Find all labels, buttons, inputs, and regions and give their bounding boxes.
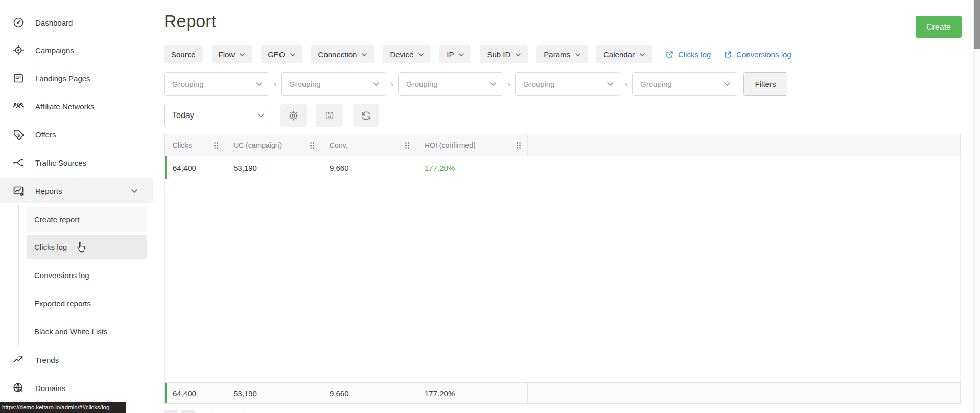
total-uc-campaign: 53,190 [225,383,321,403]
dashboard-icon [12,16,25,29]
vertical-scrollbar[interactable] [973,0,980,413]
sidebar-subitem-label: Create report [34,215,79,224]
sidebar-item-label: Campaigns [35,46,74,55]
sidebar-item-label: Domains [35,384,65,393]
table-empty-area [164,179,961,382]
create-button[interactable]: Create [916,16,962,38]
sidebar-item-dashboard[interactable]: Dashboard [0,10,153,35]
filter-chip-ip[interactable]: IP [439,45,471,63]
sidebar-subitem-exported-reports[interactable]: Exported reports [27,291,147,315]
drag-handle-icon[interactable] [405,142,410,149]
pagination [164,410,245,413]
filter-chips-row: Source Flow GEO Connection Device IP Sub… [164,45,791,63]
filters-button[interactable]: Filters [743,72,787,96]
drag-handle-icon[interactable] [516,142,521,149]
chevron-down-icon [724,82,730,86]
total-clicks: 64,400 [165,383,225,403]
pagination-next-button[interactable] [181,410,195,413]
sidebar-item-traffic-sources[interactable]: Traffic Sources [0,150,153,175]
chevron-down-icon [490,82,496,86]
grouping-select-5[interactable]: Grouping [632,72,737,96]
filter-chip-flow[interactable]: Flow [212,45,252,63]
sidebar-item-label: Trends [35,356,59,364]
chevron-down-icon [256,82,262,86]
cell-uc-campaign: 53,190 [225,156,321,179]
column-header-roi-confirmed[interactable]: ROI (confirmed) [416,134,528,156]
chevron-down-icon [459,53,464,56]
cell-clicks: 64,400 [165,156,225,179]
page-size-select[interactable] [211,410,245,413]
column-label: Conv. [330,141,348,149]
sidebar-item-landings-pages[interactable]: Landings Pages [0,65,153,91]
landing-pages-icon [12,72,25,84]
filter-chip-params[interactable]: Params [536,45,588,63]
table-header-row: Clicks UC (campaign) Conv. ROI (confirme… [164,134,961,156]
column-header-uc-campaign[interactable]: UC (campaign) [225,134,321,156]
grouping-separator: › [508,80,510,88]
sidebar-subitem-clicks-log[interactable]: Clicks log [27,235,147,259]
status-bar-url: https://demo.keitaro.io/admin/#!/clicks/… [0,402,126,413]
sidebar-item-label: Traffic Sources [35,158,86,167]
chip-label: Flow [219,50,235,59]
sidebar-subitem-black-and-white-lists[interactable]: Black and White Lists [27,319,147,343]
sidebar-subitem-conversions-log[interactable]: Conversions log [27,263,147,287]
grouping-row: Grouping › Grouping › Grouping › Groupin… [164,72,787,96]
total-roi-confirmed: 177.20% [416,383,528,403]
chip-label: Calendar [603,50,635,59]
sidebar-item-campaigns[interactable]: Campaigns [0,37,153,63]
chip-label: Source [171,50,196,59]
pagination-prev-button[interactable] [164,410,177,413]
domains-icon [12,382,25,394]
filter-chip-connection[interactable]: Connection [311,45,375,63]
sidebar-item-label: Dashboard [35,18,73,27]
sidebar-subitem-label: Conversions log [34,271,89,280]
drag-handle-icon[interactable] [214,142,219,149]
date-range-select[interactable]: Today [164,104,271,127]
chip-label: GEO [268,50,285,59]
chevron-down-icon [516,53,521,56]
chip-label: IP [447,50,454,59]
table-row[interactable]: 64,400 53,190 9,660 177.20% [164,156,961,179]
conversions-log-link[interactable]: Conversions log [724,50,791,59]
chevron-down-icon [373,82,379,86]
grouping-separator: › [274,80,276,88]
column-header-conv[interactable]: Conv. [321,134,416,156]
sidebar-subitem-create-report[interactable]: Create report [27,207,147,232]
sidebar-item-offers[interactable]: $ Offers [0,122,153,147]
column-header-empty [528,134,960,156]
sidebar-item-reports[interactable]: Reports [0,178,153,203]
grouping-select-4[interactable]: Grouping [515,72,620,96]
filter-chip-source[interactable]: Source [164,45,203,63]
total-conv: 9,660 [321,383,416,403]
sidebar-subitem-label: Clicks log [34,243,67,251]
column-label: Clicks [173,141,192,149]
sidebar-item-domains[interactable]: Domains [0,375,153,401]
clicks-log-link[interactable]: Clicks log [666,50,711,59]
sidebar-subitem-label: Exported reports [34,299,91,308]
drag-handle-icon[interactable] [310,142,315,149]
filter-chip-device[interactable]: Device [383,45,431,63]
filter-chip-calendar[interactable]: Calendar [596,45,652,63]
chevron-down-icon [258,113,264,118]
sidebar-item-affiliate-networks[interactable]: Affiliate Networks [0,94,153,119]
sidebar-subitem-label: Black and White Lists [34,327,107,336]
refresh-button[interactable] [353,104,379,127]
filter-chip-geo[interactable]: GEO [261,45,302,63]
grouping-select-3[interactable]: Grouping [398,72,503,96]
sidebar-item-trends[interactable]: Trends [0,347,153,373]
affiliate-networks-icon [12,100,25,112]
grouping-select-1[interactable]: Grouping [164,72,269,96]
external-link-icon [724,51,732,58]
filter-chip-sub-id[interactable]: Sub ID [480,45,528,63]
scrollbar-thumb[interactable] [974,0,980,49]
grouping-placeholder: Grouping [172,80,204,88]
column-header-clicks[interactable]: Clicks [165,134,225,156]
grouping-placeholder: Grouping [406,80,438,88]
gear-icon [288,110,299,122]
report-settings-button[interactable] [280,104,307,127]
chevron-down-icon [575,53,580,56]
grouping-select-2[interactable]: Grouping [281,72,386,96]
link-label: Conversions log [736,50,791,59]
report-toolbar: Today [164,104,379,127]
save-report-button[interactable] [316,104,343,127]
